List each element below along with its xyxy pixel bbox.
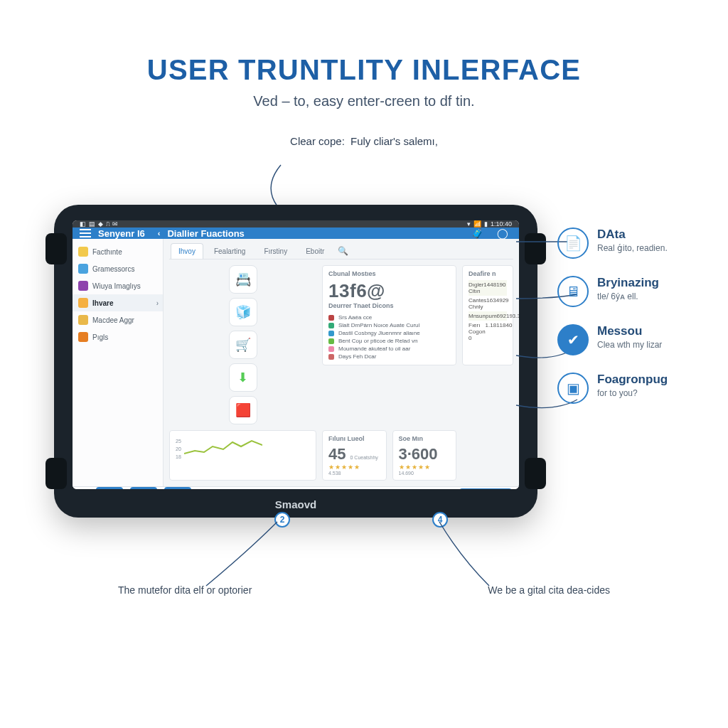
- icon-column: 📇🧊🛒⬇🟥: [169, 265, 316, 424]
- counter-card: Cbunal Mostıes 13f6@ Deurrer Tnaet Dicon…: [322, 265, 456, 365]
- tab[interactable]: Eboitr: [298, 243, 332, 259]
- feature-title: Foagronpug: [597, 373, 668, 387]
- list-item[interactable]: Moumande akuteaf to oil aar: [328, 345, 450, 353]
- sidebar-item[interactable]: Gramessorcs: [73, 260, 163, 277]
- sidebar-item-icon: [78, 298, 88, 308]
- sidebar-item-icon: [78, 247, 88, 257]
- search-ring-icon[interactable]: ◯: [493, 228, 512, 239]
- toolbar-btn-cloud[interactable]: ☁: [164, 487, 191, 489]
- leader-line-2: [206, 522, 291, 593]
- icon-button[interactable]: 📇: [229, 265, 257, 294]
- list-item-icon: [328, 315, 334, 321]
- list-item-icon: [328, 354, 334, 360]
- rating2-value: 3·600: [399, 445, 451, 464]
- table-row[interactable]: Fıerı Cogon 01.1811840: [469, 321, 507, 343]
- leader-line-4: [439, 522, 503, 593]
- table-row[interactable]: Dıgler Citın1448190: [469, 280, 507, 296]
- app-name: Senyenr I6: [98, 228, 145, 239]
- marker-2: 2: [274, 512, 290, 528]
- marker-4: 4: [432, 512, 448, 528]
- table-row[interactable]: Cantes Chnly1634929: [469, 296, 507, 311]
- list-item-icon: [328, 346, 334, 352]
- hero-title: USER TRUNTLITY INLERFACE: [0, 54, 728, 86]
- sidebar-item[interactable]: Macdee Aggr: [73, 311, 163, 328]
- rating-card-1: Fılunı Lueol 45 0 Cueatshhy ★★★★★ 4.538: [322, 430, 387, 481]
- sidebar-item-label: Ihvare: [92, 299, 113, 307]
- tab-search-icon[interactable]: 🔍: [338, 246, 348, 256]
- sidebar-item-label: Gramessorcs: [92, 265, 134, 273]
- rating-card-2: Soe Mın 3·600 ★★★★★ 14.690: [392, 430, 457, 481]
- bottom-toolbar: 106 ℹ ⬆ ☁ Fnumand: [73, 486, 519, 489]
- feature-item: 🖥Bryinazingtle/ 6ýᴀ ell.: [557, 276, 692, 307]
- app-titlebar: Senyenr I6 ‹ Diallier Fuactions 🧳 ◯: [73, 228, 519, 239]
- hamburger-icon[interactable]: [80, 229, 91, 237]
- tab[interactable]: Ihvoy: [171, 243, 203, 259]
- sidebar-item-icon: [78, 264, 88, 274]
- rating1-value: 45: [328, 445, 346, 464]
- briefcase-icon[interactable]: 🧳: [468, 228, 486, 239]
- hero-subtitle: Ved – to, easy enter-creen to df tin.: [0, 93, 728, 109]
- icon-button[interactable]: 🧊: [229, 298, 257, 326]
- feature-item: ▣Foagronpugfor to you?: [557, 373, 692, 404]
- list-item[interactable]: Slalt DmPárn Noıce Auate Curul: [328, 321, 450, 329]
- sidebar-item-label: Pıgls: [92, 333, 108, 341]
- feature-title: Bryinazing: [597, 276, 659, 290]
- axis-tick: 18: [176, 454, 181, 459]
- tab[interactable]: Fealarting: [206, 243, 253, 259]
- counter-list: Srs Aaéa cceSlalt DmPárn Noıce Auate Cur…: [328, 314, 450, 360]
- sidebar-item-icon: [78, 281, 88, 291]
- list-item[interactable]: Srs Aaéa cce: [328, 314, 450, 321]
- feature-list: 📄DAtaReal ǵito, readien.🖥Bryinazingtle/ …: [557, 228, 692, 421]
- app-page-title: Diallier Fuactions: [167, 228, 244, 239]
- feature-icon: ✔: [557, 324, 589, 355]
- rating1-stars: ★★★★★: [328, 464, 380, 471]
- bottom-callouts: The mutefor dita elf or optorier We be a…: [0, 584, 728, 596]
- feature-title: DAta: [597, 228, 668, 242]
- toolbar-btn-up[interactable]: ⬆: [130, 487, 157, 489]
- icon-button[interactable]: 🛒: [229, 331, 257, 359]
- android-statusbar: ◧▤◆⎍✉ ▾📶▮1:10:40: [73, 220, 519, 228]
- spark-card: 252018: [169, 430, 316, 481]
- tab[interactable]: Fırstiny: [256, 243, 295, 259]
- feature-icon: ▣: [557, 373, 589, 404]
- feature-desc: for to you?: [597, 388, 668, 398]
- rating1-title: Fılunı Lueol: [328, 435, 380, 442]
- list-item[interactable]: Bent Coμ or pticoe de Relad vn: [328, 337, 450, 345]
- sidebar-item[interactable]: Facthınte: [73, 243, 163, 260]
- list-item[interactable]: Dastil Cosbngy Jluenmnr aliaıne: [328, 329, 450, 337]
- table-row[interactable]: Mnsunpum692193.3: [469, 311, 507, 321]
- bottom-callout-right: We be a gital cita dea-cides: [488, 584, 610, 596]
- list-item-icon: [328, 338, 334, 344]
- counter-title: Cbunal Mostıes: [328, 270, 450, 277]
- list-item-icon: [328, 323, 334, 328]
- rating2-title: Soe Mın: [399, 435, 451, 442]
- list-item[interactable]: Days Feh Dcar: [328, 353, 450, 360]
- sidebar-item-icon: [78, 315, 88, 325]
- feature-item: 📄DAtaReal ǵito, readien.: [557, 228, 692, 259]
- feature-desc: Clea wth my lizar: [597, 340, 662, 350]
- top-callout: Clear cope: Fuly cliar's salemı,: [0, 135, 728, 147]
- sidebar-item[interactable]: Ihvare: [73, 294, 163, 311]
- bottom-callout-left: The mutefor dita elf or optorier: [118, 584, 252, 596]
- rating1-sub: 0 Cueatshhy: [350, 455, 378, 460]
- icon-button[interactable]: ⬇: [229, 363, 257, 392]
- sparkline-chart: [184, 435, 262, 459]
- toolbar-btn-1[interactable]: ℹ: [96, 487, 123, 489]
- list-item-icon: [328, 331, 334, 336]
- sidebar-item-label: Macdee Aggr: [92, 316, 134, 324]
- feature-desc: tle/ 6ýᴀ ell.: [597, 291, 659, 301]
- sidebar-item[interactable]: Pıgls: [73, 328, 163, 346]
- feature-desc: Real ǵito, readien.: [597, 243, 668, 253]
- sidebar-item-label: Facthınte: [92, 248, 122, 256]
- rating2-count: 14.690: [399, 471, 451, 476]
- back-chevron-icon[interactable]: ‹: [158, 229, 161, 237]
- feature-item: ✔MessouClea wth my lizar: [557, 324, 692, 355]
- icon-button[interactable]: 🟥: [229, 396, 257, 424]
- toolbar-cta-button[interactable]: Fnumand: [459, 488, 512, 489]
- sidebar-item[interactable]: Wiuya Imaglıys: [73, 277, 163, 294]
- axis-tick: 25: [176, 439, 181, 444]
- sidebar: FacthınteGramessorcsWiuya ImaglıysIhvare…: [73, 239, 164, 486]
- tablet-device: Smaovd ◧▤◆⎍✉ ▾📶▮1:10:40 Senyenr I6 ‹ Dia…: [54, 205, 537, 518]
- table-title: Deafire n: [469, 270, 507, 277]
- sidebar-item-label: Wiuya Imaglıys: [92, 282, 141, 290]
